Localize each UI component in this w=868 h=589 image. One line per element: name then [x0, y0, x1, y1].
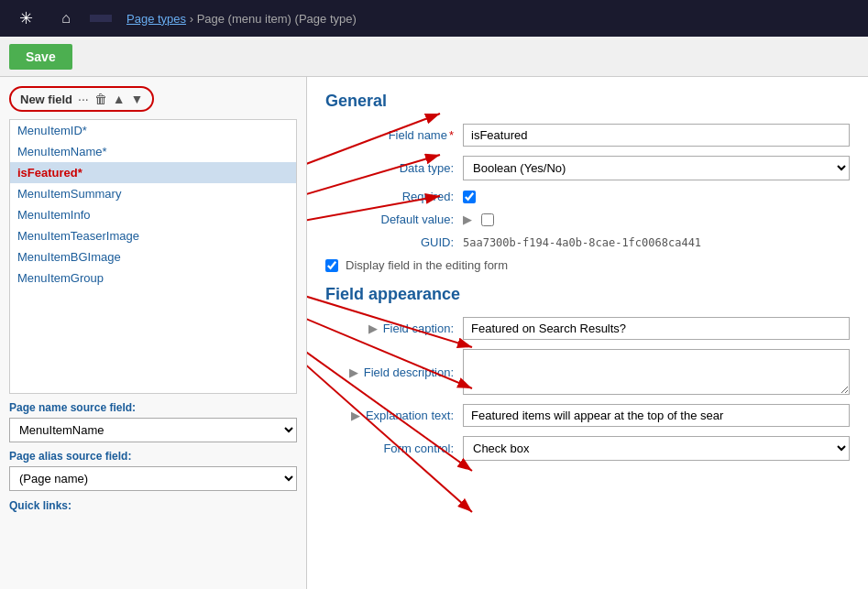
list-item[interactable]: MenuItemGroup — [10, 267, 296, 289]
field-name-label: Field name — [325, 128, 463, 142]
field-description-row: ▶ Field description: — [325, 349, 850, 395]
app-name — [90, 15, 112, 22]
list-item[interactable]: MenuItemBGImage — [10, 246, 296, 267]
logo-icon: ✳ — [9, 8, 42, 28]
list-item[interactable]: MenuItemSummary — [10, 183, 296, 204]
breadcrumb-current: Page (menu item) — [197, 12, 291, 26]
page-alias-source-group: Page alias source field: (Page name) — [9, 450, 297, 491]
list-item[interactable]: MenuItemTeaserImage — [10, 225, 296, 246]
move-down-button[interactable]: ▼ — [131, 92, 144, 106]
field-caption-row: ▶ Field caption: — [325, 317, 850, 340]
breadcrumb-link[interactable]: Page types — [126, 12, 186, 26]
breadcrumb-separator: › — [190, 12, 197, 26]
display-field-label: Display field in the editing form — [346, 258, 508, 272]
data-type-select[interactable]: Boolean (Yes/No) Text Integer DateTime D… — [463, 156, 850, 180]
save-button[interactable]: Save — [9, 44, 72, 70]
list-item[interactable]: MenuItemInfo — [10, 204, 296, 225]
default-value-label: Default value: — [325, 213, 463, 226]
list-item[interactable]: MenuItemName* — [10, 141, 296, 162]
breadcrumb: Page types › Page (menu item) (Page type… — [126, 12, 357, 26]
list-item-selected[interactable]: isFeatured* — [10, 162, 296, 183]
form-control-row: Form control: Check box Text box Dropdow… — [325, 436, 850, 461]
list-item[interactable]: MenuItemID* — [10, 120, 296, 141]
page-alias-source-label: Page alias source field: — [9, 450, 297, 463]
guid-value: 5aa7300b-f194-4a0b-8cae-1fc0068ca441 — [463, 236, 701, 249]
page-name-source-group: Page name source field: MenuItemName — [9, 401, 297, 442]
display-field-row: Display field in the editing form — [325, 258, 850, 272]
general-section-title: General — [325, 92, 850, 111]
default-value-checkbox[interactable] — [481, 213, 494, 226]
page-name-source-select[interactable]: MenuItemName — [9, 418, 297, 442]
field-appearance-title: Field appearance — [325, 285, 850, 304]
required-checkbox[interactable] — [463, 191, 476, 203]
page-name-source-label: Page name source field: — [9, 401, 297, 414]
field-description-label: ▶ Field description: — [325, 365, 463, 379]
top-bar: ✳ ⌂ Page types › Page (menu item) (Page … — [0, 0, 868, 37]
field-description-input[interactable] — [463, 349, 850, 395]
main-content: New field ··· 🗑 ▲ ▼ MenuItemID* MenuItem… — [0, 77, 868, 589]
field-list: MenuItemID* MenuItemName* isFeatured* Me… — [10, 120, 296, 289]
delete-field-button[interactable]: 🗑 — [94, 92, 107, 106]
explanation-text-input[interactable] — [463, 404, 850, 427]
more-options-button[interactable]: ··· — [78, 92, 89, 106]
new-field-button[interactable]: New field — [20, 93, 72, 106]
arrow-indicator: ▶ — [351, 409, 360, 422]
quick-links-label: Quick links: — [9, 499, 71, 512]
required-row: Required: — [325, 190, 850, 203]
right-panel: General Field name Data type: Boolean (Y… — [307, 77, 868, 589]
required-checkbox-wrapper — [463, 191, 476, 203]
field-caption-input[interactable] — [463, 317, 850, 340]
field-caption-label: ▶ Field caption: — [325, 322, 463, 335]
default-value-row: Default value: ▶ — [325, 213, 850, 226]
left-panel: New field ··· 🗑 ▲ ▼ MenuItemID* MenuItem… — [0, 77, 307, 589]
data-type-row: Data type: Boolean (Yes/No) Text Integer… — [325, 156, 850, 180]
guid-row: GUID: 5aa7300b-f194-4a0b-8cae-1fc0068ca4… — [325, 235, 850, 249]
arrow-indicator: ▶ — [463, 213, 472, 226]
field-name-row: Field name — [325, 124, 850, 147]
field-name-input[interactable] — [463, 124, 850, 147]
display-field-checkbox[interactable] — [325, 259, 338, 272]
explanation-text-row: ▶ Explanation text: — [325, 404, 850, 427]
toolbar: Save — [0, 37, 868, 77]
guid-label: GUID: — [325, 235, 463, 249]
move-up-button[interactable]: ▲ — [113, 92, 126, 106]
required-label: Required: — [325, 190, 463, 203]
new-field-toolbar: New field ··· 🗑 ▲ ▼ — [9, 86, 154, 112]
explanation-text-label: ▶ Explanation text: — [325, 409, 463, 422]
form-control-select[interactable]: Check box Text box Dropdown Radio button… — [463, 436, 850, 461]
field-list-container: MenuItemID* MenuItemName* isFeatured* Me… — [9, 119, 297, 394]
quick-links-section: Quick links: — [9, 498, 297, 512]
breadcrumb-type: (Page type) — [295, 12, 357, 26]
page-alias-source-select[interactable]: (Page name) — [9, 466, 297, 491]
home-icon[interactable]: ⌂ — [49, 10, 82, 27]
form-control-label: Form control: — [325, 442, 463, 455]
arrow-indicator: ▶ — [349, 365, 358, 379]
arrow-indicator: ▶ — [368, 322, 378, 335]
default-value-checkbox-wrapper: ▶ — [463, 213, 494, 226]
data-type-label: Data type: — [325, 161, 463, 175]
